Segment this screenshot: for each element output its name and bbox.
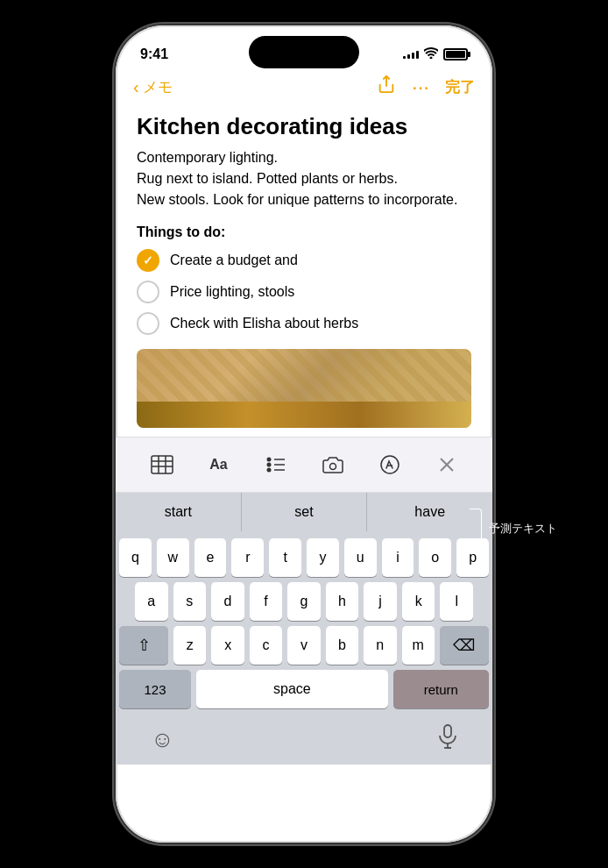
- svg-rect-1: [152, 456, 173, 473]
- keyboard-row-2: a s d f g h j k l: [119, 582, 489, 621]
- close-keyboard-button[interactable]: [430, 448, 463, 481]
- status-icons: [403, 47, 468, 61]
- nav-actions: ··· 完了: [377, 75, 475, 99]
- key-d[interactable]: d: [211, 582, 244, 621]
- todo-checkbox-1[interactable]: [137, 249, 159, 272]
- shift-key[interactable]: ⇧: [119, 626, 168, 665]
- signal-icon: [403, 51, 419, 59]
- predictive-word-2[interactable]: set: [242, 493, 368, 531]
- battery-icon: [443, 48, 468, 60]
- back-button[interactable]: ‹ メモ: [133, 77, 173, 97]
- list-button[interactable]: [259, 448, 293, 481]
- key-m[interactable]: m: [402, 626, 435, 665]
- back-label: メモ: [143, 77, 173, 97]
- svg-point-8: [266, 468, 271, 473]
- wifi-icon: [424, 47, 438, 61]
- predictive-bar: start set have: [116, 493, 492, 531]
- key-r[interactable]: r: [231, 538, 264, 577]
- key-k[interactable]: k: [402, 582, 435, 621]
- todo-item[interactable]: Check with Elisha about herbs: [137, 312, 471, 335]
- return-key[interactable]: return: [393, 670, 489, 708]
- key-u[interactable]: u: [344, 538, 377, 577]
- key-h[interactable]: h: [326, 582, 359, 621]
- todo-item[interactable]: Create a budget and: [137, 249, 471, 272]
- backspace-key[interactable]: ⌫: [440, 626, 489, 665]
- keyboard-row-4: 123 space return: [119, 670, 489, 708]
- key-e[interactable]: e: [194, 538, 227, 577]
- emoji-button[interactable]: ☺: [151, 726, 174, 753]
- svg-point-7: [266, 463, 271, 467]
- phone-frame: 9:41 ‹ メモ: [116, 25, 492, 843]
- key-c[interactable]: c: [250, 626, 282, 665]
- todo-text-3: Check with Elisha about herbs: [170, 316, 358, 331]
- camera-button[interactable]: [316, 448, 350, 481]
- key-o[interactable]: o: [419, 538, 451, 577]
- key-y[interactable]: y: [307, 538, 339, 577]
- todo-item[interactable]: Price lighting, stools: [137, 281, 471, 303]
- numbers-key[interactable]: 123: [119, 670, 191, 708]
- key-s[interactable]: s: [173, 582, 207, 621]
- dynamic-island: [249, 36, 359, 68]
- note-title[interactable]: Kitchen decorating ideas: [137, 113, 471, 140]
- annotation-label: 予測テキスト: [489, 521, 557, 537]
- note-content: Kitchen decorating ideas Contemporary li…: [116, 106, 492, 428]
- key-n[interactable]: n: [364, 626, 396, 665]
- done-button[interactable]: 完了: [445, 77, 475, 97]
- todo-text-1: Create a budget and: [170, 253, 298, 268]
- note-body[interactable]: Contemporary lighting.Rug next to island…: [137, 147, 471, 210]
- text-format-button[interactable]: Aa: [202, 448, 236, 481]
- annotation-bracket: [470, 509, 482, 549]
- bottom-bar: ☺: [116, 717, 492, 765]
- key-g[interactable]: g: [287, 582, 321, 621]
- todo-checkbox-3[interactable]: [137, 312, 159, 335]
- mic-button[interactable]: [438, 724, 457, 754]
- svg-point-6: [266, 458, 271, 462]
- annotation: 予測テキスト: [470, 509, 557, 549]
- back-chevron-icon: ‹: [133, 77, 139, 97]
- key-t[interactable]: t: [269, 538, 301, 577]
- keyboard: q w e r t y u i o p a s d f g h j k: [116, 531, 492, 717]
- svg-point-13: [381, 456, 399, 473]
- svg-point-12: [329, 464, 336, 470]
- key-a[interactable]: a: [135, 582, 168, 621]
- key-q[interactable]: q: [119, 538, 152, 577]
- key-v[interactable]: v: [287, 626, 320, 665]
- todo-checkbox-2[interactable]: [137, 281, 159, 303]
- format-toolbar: Aa: [116, 437, 492, 493]
- table-button[interactable]: [145, 448, 179, 481]
- status-time: 9:41: [140, 46, 168, 62]
- todo-list: Create a budget and Price lighting, stoo…: [137, 249, 471, 335]
- nav-bar: ‹ メモ ··· 完了: [116, 71, 492, 106]
- key-l[interactable]: l: [440, 582, 473, 621]
- text-format-label: Aa: [209, 457, 227, 473]
- note-image: [137, 349, 471, 428]
- space-key[interactable]: space: [196, 670, 388, 708]
- key-j[interactable]: j: [364, 582, 397, 621]
- key-i[interactable]: i: [382, 538, 414, 577]
- more-icon[interactable]: ···: [412, 75, 429, 99]
- todo-text-2: Price lighting, stools: [170, 284, 294, 300]
- svg-rect-16: [444, 725, 451, 737]
- predictive-word-1[interactable]: start: [116, 493, 242, 531]
- key-w[interactable]: w: [157, 538, 189, 577]
- key-b[interactable]: b: [326, 626, 358, 665]
- key-z[interactable]: z: [173, 626, 206, 665]
- things-to-do-header: Things to do:: [137, 224, 471, 240]
- markup-button[interactable]: [373, 448, 407, 481]
- share-icon[interactable]: [377, 75, 396, 99]
- keyboard-row-1: q w e r t y u i o p: [119, 538, 489, 577]
- key-f[interactable]: f: [250, 582, 283, 621]
- keyboard-row-3: ⇧ z x c v b n m ⌫: [119, 626, 489, 665]
- key-x[interactable]: x: [211, 626, 244, 665]
